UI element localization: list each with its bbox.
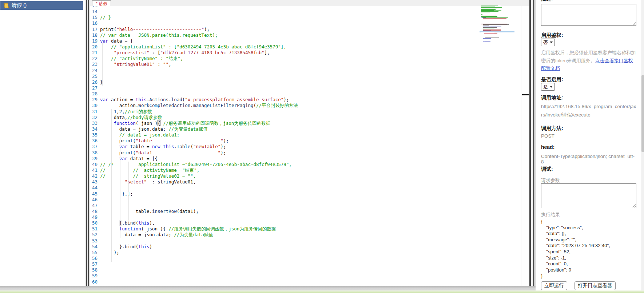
script-icon [3, 3, 9, 8]
head-value: Content-Type:application/json; charset=u… [541, 154, 636, 165]
code-line: 30 action.WorkCompletedAction.manageList… [90, 103, 521, 108]
url-label: 调用地址: [541, 95, 563, 101]
sidebar-item-qingjia[interactable]: 请假 () [0, 1, 83, 10]
code-line: 51 function( json ){ //服务调用失败的回调函数，json为… [90, 226, 521, 232]
chevron-down-icon [550, 41, 553, 43]
sidebar-editor-splitter[interactable] [85, 0, 90, 290]
code-line: 36 print("table-------------------------… [90, 138, 521, 144]
code-line: 14 [90, 9, 521, 15]
code-line: 23 "stringValue01" : "", [90, 62, 521, 67]
enabled-select[interactable]: 是 [541, 83, 555, 91]
indent-guide [111, 109, 112, 262]
request-param-textarea[interactable] [541, 183, 636, 208]
code-line: 57 [90, 261, 521, 267]
code-line: 17print("hello-------------------------"… [90, 27, 521, 32]
code-line: 34 data = json.data; //为变量data赋值 [90, 126, 521, 132]
auth-help: 启用鉴权后，您必须使用鉴权客户端名称和加密后的token来调用服务。点击查看接口… [541, 49, 637, 72]
enabled-label: 是否启用: [541, 76, 563, 83]
code-line: 40// // applicationList ="d6302494-7205-… [90, 162, 521, 167]
auth-label: 启用鉴权: [541, 32, 563, 39]
taskbar-strip [0, 290, 644, 293]
code-line: 33 function( json ){ //服务调用成功的回调函数，json为… [90, 120, 521, 126]
code-line: 26} [90, 79, 521, 85]
description-label: 描述: [541, 0, 553, 2]
editor-tab-bar: * 请假 [90, 0, 529, 7]
code-line: 42// // stringValue02 = "", [90, 173, 521, 179]
minimap-cursor-line [480, 31, 514, 32]
minimap[interactable] [481, 5, 514, 53]
page-scrollbar-thumb[interactable] [641, 75, 644, 152]
code-line: 31 1,2,//uri的参数 [90, 109, 521, 115]
panel-actions: 立即运行 打开日志查看器 [541, 281, 616, 290]
code-line: 22 // "activityName" : "结束", [90, 56, 521, 62]
code-line: 53 [90, 238, 521, 244]
code-lines: 131415// }1617print("hello--------------… [90, 6, 521, 285]
debug-label: 调试: [541, 166, 553, 173]
enabled-select-value: 是 [543, 84, 548, 90]
code-line: 49 [90, 214, 521, 220]
code-line: 44 [90, 185, 521, 191]
description-textarea[interactable] [541, 4, 636, 26]
code-line: 46 [90, 197, 521, 203]
editor-scrollbar[interactable] [521, 6, 530, 286]
indent-guide [128, 162, 129, 221]
code-line: 35 // data1 = json.data1; [90, 132, 521, 138]
sidebar-item-label: 请假 () [12, 2, 27, 9]
code-line: 43 "select" : stringValue01, [90, 179, 521, 185]
auth-select[interactable]: 否 [541, 39, 555, 46]
page-scrollbar[interactable] [641, 0, 644, 290]
code-line: 45 },]; [90, 191, 521, 197]
indent-guide [102, 43, 103, 86]
code-line: 39 var data1 = [{ [90, 156, 521, 162]
bottom-strip [0, 286, 536, 290]
code-line: 56 [90, 256, 521, 261]
method-label: 调用方法: [541, 125, 563, 132]
code-editor: * 请假 131415// }1617print("hello---------… [90, 0, 529, 286]
code-line: 29var action = this.Actions.load("x_proc… [90, 97, 521, 103]
code-line: 16 [90, 20, 521, 26]
sidebar: 请假 () [0, 0, 85, 286]
properties-panel: 描述: 启用鉴权: 否 启用鉴权后，您必须使用鉴权客户端名称和加密后的token… [536, 0, 641, 290]
editor-scrollbar-thumb[interactable] [522, 94, 529, 95]
code-line: 15// } [90, 15, 521, 20]
result-json: { "type": "success", "data": {}, "messag… [541, 219, 638, 279]
code-line: 27 [90, 85, 521, 91]
tab-qingjia[interactable]: * 请假 [92, 0, 111, 7]
code-line: 28 [90, 91, 521, 97]
code-line: 32 data,//body请求参数 [90, 115, 521, 120]
editor-panel-splitter[interactable] [529, 0, 534, 290]
code-line: 25 [90, 74, 521, 79]
open-log-viewer-button[interactable]: 打开日志查看器 [575, 281, 616, 290]
code-line: 24 [90, 68, 521, 74]
resize-handle-icon[interactable] [632, 204, 636, 207]
code-line: 13 [90, 6, 521, 9]
resize-handle-icon[interactable] [632, 22, 636, 25]
code-line: 21 "processList" : ["dfb27cad-1277-4183-… [90, 50, 521, 56]
code-line: 52 data = json.data; //为变量data赋值 [90, 232, 521, 238]
url-value: https://192.168.15.86/x_program_center/j… [541, 102, 636, 119]
request-param-label: 请求参数 [541, 177, 560, 184]
auth-select-value: 否 [543, 39, 548, 46]
indent-guide [120, 126, 120, 238]
code-line: 47 [90, 203, 521, 209]
result-label: 执行结果 [541, 211, 560, 218]
code-line: 37 var table = new this.Table("newTable"… [90, 144, 521, 150]
code-line: 55 ); [90, 250, 521, 256]
method-value: POST [541, 133, 636, 139]
app-root: 请假 () * 请假 131415// }1617print("hello---… [0, 0, 644, 293]
code-line: 60 [90, 279, 521, 285]
run-button[interactable]: 立即运行 [541, 281, 567, 290]
code-line: 54 }.bind(this) [90, 244, 521, 250]
code-line: 59 [90, 273, 521, 279]
code-line: 41// // activityName ="结束", [90, 167, 521, 173]
code-line: 58 [90, 267, 521, 273]
code-line: 20 // "applicationList" : ["d6302494-720… [90, 44, 521, 50]
code-line: 50 }.bind(this), [90, 220, 521, 226]
head-label: head: [541, 144, 554, 150]
code-area[interactable]: 131415// }1617print("hello--------------… [90, 6, 521, 286]
code-line: 18// var data = JSON.parse(this.requestT… [90, 32, 521, 38]
code-line: 38 print("data1------------------------"… [90, 150, 521, 156]
code-line: 48 table.insertRow(data1); [90, 209, 521, 214]
chevron-down-icon [550, 86, 553, 88]
current-line-indicator [98, 138, 521, 138]
